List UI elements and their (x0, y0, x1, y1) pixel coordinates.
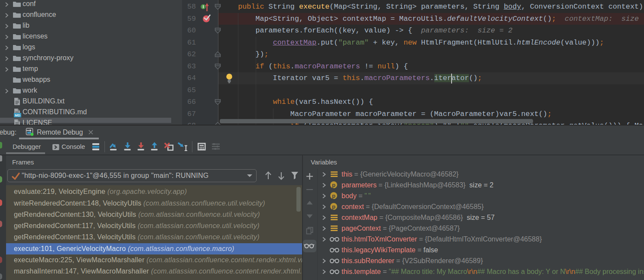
svg-text:p: p (332, 182, 335, 188)
svg-text:MD: MD (15, 113, 20, 117)
svg-text:p: p (332, 193, 335, 199)
svg-text:p: p (332, 203, 335, 210)
